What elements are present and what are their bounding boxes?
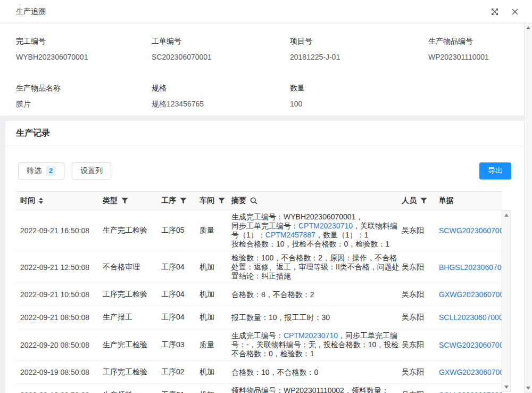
info-field: 完工编号 WYBH202306070001 bbox=[16, 37, 152, 68]
scroll-down-arrow-icon[interactable] bbox=[526, 387, 530, 390]
summary-link[interactable]: CPTM2457887 bbox=[265, 231, 315, 239]
type-value: 生产领料 bbox=[103, 390, 132, 393]
info-field: 项目号 20181225-J-01 bbox=[290, 37, 428, 68]
cell-person: 吴东阳 bbox=[402, 283, 439, 306]
summary-text: 合格数：10，不合格数：0 bbox=[231, 368, 318, 377]
info-field: 生产物品名称 膜片 bbox=[16, 84, 152, 116]
cell-process: 工序04 bbox=[161, 306, 200, 329]
cell-person: 吴东阳 bbox=[402, 329, 439, 361]
scroll-up-arrow-icon[interactable] bbox=[504, 214, 509, 217]
column-header[interactable]: 人员 bbox=[402, 192, 439, 210]
table-scrollbar[interactable] bbox=[502, 210, 511, 392]
filter-button[interactable]: 筛选 2 bbox=[18, 162, 64, 179]
process-value: 工序04 bbox=[161, 290, 185, 299]
column-header[interactable]: 类型 bbox=[103, 192, 161, 210]
process-value: 工序03 bbox=[161, 340, 185, 350]
summary-segment: 生成完工编号： bbox=[231, 331, 284, 340]
table-body: 2022-09-21 16:50:08生产完工检验工序05质量生成完工编号：WY… bbox=[16, 210, 511, 393]
type-value: 生产完工检验 bbox=[103, 226, 147, 235]
close-icon[interactable] bbox=[510, 6, 520, 17]
cell-type: 工序完工检验 bbox=[103, 361, 161, 383]
set-columns-button[interactable]: 设置列 bbox=[72, 162, 111, 179]
scroll-down-arrow-icon[interactable] bbox=[504, 386, 509, 389]
filter-icon[interactable] bbox=[420, 198, 427, 204]
field-value: WYBH202306070001 bbox=[16, 53, 152, 61]
doc-link[interactable]: SCWG20230607000 bbox=[439, 341, 502, 349]
cell-type: 生产完工检验 bbox=[103, 210, 161, 251]
column-header-label: 车间 bbox=[200, 196, 214, 206]
records-title: 生产记录 bbox=[5, 121, 524, 146]
column-header-label: 单据 bbox=[439, 196, 454, 206]
cell-process: 工序04 bbox=[161, 251, 200, 283]
filter-icon[interactable] bbox=[218, 198, 225, 204]
filter-icon[interactable] bbox=[180, 198, 187, 204]
summary-link[interactable]: CPTM20230710 bbox=[284, 331, 338, 340]
cell-summary: 生成完工编号：CPTM20230710，同步工单完工编号：-，关联物料编号：无，… bbox=[231, 329, 402, 361]
table-row: 2022-09-21 08:50:08生产报工工序04机加报工数量：10，报工工… bbox=[16, 306, 502, 329]
info-field: 规格 规格123456765 bbox=[152, 84, 290, 116]
doc-link[interactable]: GXWG20230607000 bbox=[439, 368, 502, 376]
search-icon[interactable] bbox=[250, 197, 257, 204]
cell-type: 生产报工 bbox=[103, 306, 161, 329]
summary-link[interactable]: CPTM20230710 bbox=[298, 222, 353, 230]
doc-link[interactable]: SCLL20230607000 bbox=[439, 391, 502, 393]
cell-time: 2022-09-21 08:50:08 bbox=[16, 306, 103, 329]
cell-person: 吴东阳 bbox=[402, 306, 439, 329]
process-value: 工序01 bbox=[161, 390, 185, 393]
process-value: 工序05 bbox=[161, 226, 185, 235]
cell-doc: BHGSL2023060700 bbox=[439, 251, 502, 283]
column-header[interactable]: 工序 bbox=[161, 192, 200, 210]
cell-type: 生产领料 bbox=[103, 384, 161, 393]
summary-text: 合格数：8，不合格数：2 bbox=[231, 290, 314, 299]
column-header-label: 类型 bbox=[103, 196, 118, 206]
doc-link[interactable]: SCWG20230607000 bbox=[439, 226, 502, 235]
field-value: 100 bbox=[290, 100, 428, 108]
column-header[interactable]: 摘要 bbox=[231, 192, 402, 210]
field-value: WP202301110001 bbox=[428, 53, 524, 61]
process-value: 工序02 bbox=[161, 367, 185, 377]
column-header-label: 时间 bbox=[20, 196, 35, 206]
summary-segment: 领料物品编号：WP202301110002，领料数量：10，批次号：PC2023… bbox=[231, 386, 389, 393]
column-header-label: 人员 bbox=[402, 196, 417, 206]
workshop-value: 机加 bbox=[200, 367, 214, 377]
records-card: 生产记录 筛选 2 设置列 导出 时间类型工序车间摘要人员单据 2022- bbox=[5, 121, 524, 393]
column-header-label: 工序 bbox=[161, 196, 176, 206]
type-value: 工序完工检验 bbox=[103, 367, 147, 377]
column-header[interactable]: 车间 bbox=[200, 192, 231, 210]
cell-workshop: 机加 bbox=[200, 306, 231, 329]
field-label: 生产物品编号 bbox=[428, 37, 524, 46]
info-field: 数量 100 bbox=[290, 84, 428, 116]
person-value: 吴东阳 bbox=[402, 340, 424, 350]
table-row: 2022-09-19 08:50:08工序完工检验工序02机加合格数：10，不合… bbox=[16, 361, 502, 384]
export-button[interactable]: 导出 bbox=[479, 162, 511, 179]
time-value: 2022-09-20 08:50:08 bbox=[20, 341, 89, 349]
cell-time: 2022-09-21 10:50:08 bbox=[16, 283, 103, 306]
scroll-up-arrow-icon[interactable] bbox=[526, 26, 530, 29]
type-value: 工序完工检验 bbox=[103, 290, 147, 299]
cell-doc: GXWG20230607000 bbox=[439, 361, 502, 383]
summary-segment: ，数量（1）：1 bbox=[315, 231, 369, 239]
cell-type: 工序完工检验 bbox=[103, 283, 161, 306]
column-header[interactable]: 时间 bbox=[16, 192, 103, 210]
doc-link[interactable]: GXWG20230607000 bbox=[439, 290, 502, 299]
summary-segment: 生成完工编号：WYBH202306070001， bbox=[231, 212, 363, 221]
summary-text: 检验数：100，不合格数：2，原因：操作，不合格处置：返修、返工，审理等级：II… bbox=[231, 253, 402, 281]
workshop-value: 机加 bbox=[200, 390, 214, 393]
field-value: 膜片 bbox=[16, 100, 152, 109]
modal-scrollbar[interactable] bbox=[524, 23, 532, 393]
records-table: 时间类型工序车间摘要人员单据 2022-09-21 16:50:08生产完工检验… bbox=[16, 191, 511, 393]
filter-icon[interactable] bbox=[121, 198, 128, 204]
sort-icon[interactable] bbox=[39, 198, 43, 204]
doc-link[interactable]: BHGSL2023060700 bbox=[439, 263, 502, 272]
production-trace-modal: 生产追溯 bbox=[0, 0, 532, 393]
field-label: 工单编号 bbox=[152, 37, 290, 46]
info-field: 生产物品编号 WP202301110001 bbox=[428, 37, 524, 68]
workshop-value: 机加 bbox=[200, 263, 214, 272]
cell-process: 工序01 bbox=[161, 384, 200, 393]
time-value: 2022-09-18 08:50:08 bbox=[20, 391, 89, 393]
fullscreen-icon[interactable] bbox=[489, 6, 500, 17]
doc-link[interactable]: SCLL202306070001 bbox=[439, 313, 502, 322]
time-value: 2022-09-21 10:50:08 bbox=[20, 290, 89, 299]
cell-person: 吴东阳 bbox=[402, 210, 439, 251]
time-value: 2022-09-21 12:50:08 bbox=[20, 263, 89, 272]
